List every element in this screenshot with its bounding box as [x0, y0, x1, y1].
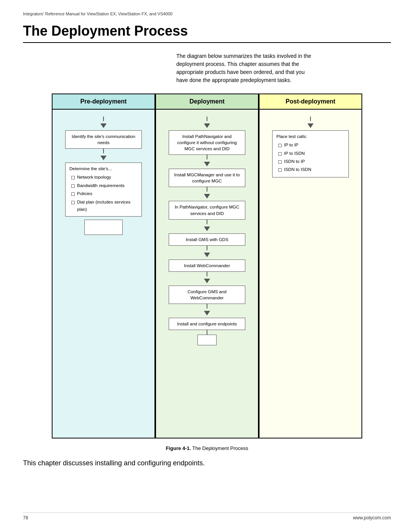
configure-gms-box: Configure GMS and WebCommander	[169, 286, 245, 304]
figure-label: Figure 4-1.	[166, 445, 191, 451]
arrow-line-dep-1	[207, 117, 207, 121]
arrow-down-dep-7	[204, 311, 210, 315]
arrow-down-dep-3	[204, 194, 210, 199]
post-deployment-body: Place test calls: IP to IP IP to ISDN IS…	[259, 110, 362, 438]
determine-item-dialplan: Dial plan (includes services plan)	[71, 199, 138, 213]
arrow-down-dep-5	[204, 253, 210, 257]
pre-deployment-header: Pre-deployment	[52, 94, 155, 110]
determine-item-bandwidth: Bandwidth requirements	[71, 182, 138, 190]
test-call-ip-to-isdn: IP to ISDN	[278, 150, 345, 158]
arrow-down-post-1	[307, 123, 314, 128]
arrow-down-dep-1	[204, 123, 210, 128]
arrow-line-dep-5	[207, 246, 207, 250]
deployment-body: Install PathNavigator and configure it w…	[155, 110, 259, 438]
test-call-ip-to-ip: IP to IP	[278, 141, 345, 149]
determine-title: Determine the site's...	[69, 166, 138, 172]
install-endpoints-box: Install and configure endpoints	[169, 318, 245, 330]
deployment-diagram: Pre-deployment Identify the site's commu…	[34, 94, 380, 438]
test-calls-list: IP to IP IP to ISDN ISDN to IP ISDN to I…	[276, 141, 345, 174]
arrow-line-dep-3	[207, 187, 207, 192]
install-mgcmanager-box: Install MGCManager and use it to configu…	[169, 169, 245, 187]
page-footer: 78 www.polycom.com	[23, 512, 391, 521]
figure-caption: Figure 4-1. The Deployment Process	[23, 445, 391, 451]
install-pathnavigator-box: Install PathNavigator and configure it w…	[169, 130, 245, 155]
page-title: The Deployment Process	[23, 23, 391, 43]
pre-deployment-column: Pre-deployment Identify the site's commu…	[52, 94, 155, 438]
arrow-down-dep-6	[204, 279, 210, 283]
page-number: 78	[23, 515, 28, 521]
bottom-text: This chapter discusses installing and co…	[23, 458, 391, 468]
dep-end-box	[197, 335, 217, 345]
arrow-line-dep-4	[207, 220, 207, 224]
determine-box: Determine the site's... Network topology…	[65, 163, 142, 217]
arrow-line-pre-1	[103, 117, 104, 121]
test-call-isdn-to-isdn: ISDN to ISDN	[278, 166, 345, 174]
arrow-down-pre-1	[100, 123, 107, 128]
test-call-isdn-to-ip: ISDN to IP	[278, 158, 345, 166]
arrow-line-pre-2	[103, 149, 104, 153]
arrow-line-post-1	[310, 117, 311, 121]
intro-text: The diagram below summarizes the tasks i…	[100, 52, 314, 84]
identify-box: Identify the site's communication needs	[65, 130, 142, 149]
arrow-line-dep-2	[207, 155, 207, 159]
arrow-down-dep-2	[204, 162, 210, 166]
install-gms-box: Install GMS with GDS	[169, 233, 245, 246]
pre-deployment-body: Identify the site's communication needs …	[52, 110, 155, 438]
determine-list: Network topology Bandwidth requirements …	[69, 174, 138, 213]
determine-item-network: Network topology	[71, 174, 138, 182]
configure-pathnavigator-box: In PathNavigator, configure MGC services…	[169, 201, 245, 219]
figure-text: The Deployment Process	[191, 445, 248, 451]
arrow-down-dep-4	[204, 227, 210, 231]
post-deployment-column: Post-deployment Place test calls: IP to …	[259, 94, 362, 438]
pre-empty-box	[84, 220, 123, 235]
install-webcommander-box: Install WebCommander	[169, 259, 245, 272]
post-test-calls-box: Place test calls: IP to IP IP to ISDN IS…	[272, 130, 349, 177]
place-test-calls-title: Place test calls:	[276, 133, 345, 140]
arrow-line-dep-7	[207, 304, 207, 309]
determine-item-policies: Policies	[71, 190, 138, 198]
arrow-line-dep-6	[207, 272, 207, 276]
page-header: Integrators' Reference Manual for ViewSt…	[23, 11, 391, 16]
website: www.polycom.com	[353, 515, 391, 521]
post-deployment-header: Post-deployment	[259, 94, 362, 110]
arrow-line-dep-8	[207, 330, 207, 335]
deployment-header: Deployment	[155, 94, 259, 110]
arrow-down-pre-2	[100, 156, 107, 160]
deployment-column: Deployment Install PathNavigator and con…	[155, 94, 259, 438]
